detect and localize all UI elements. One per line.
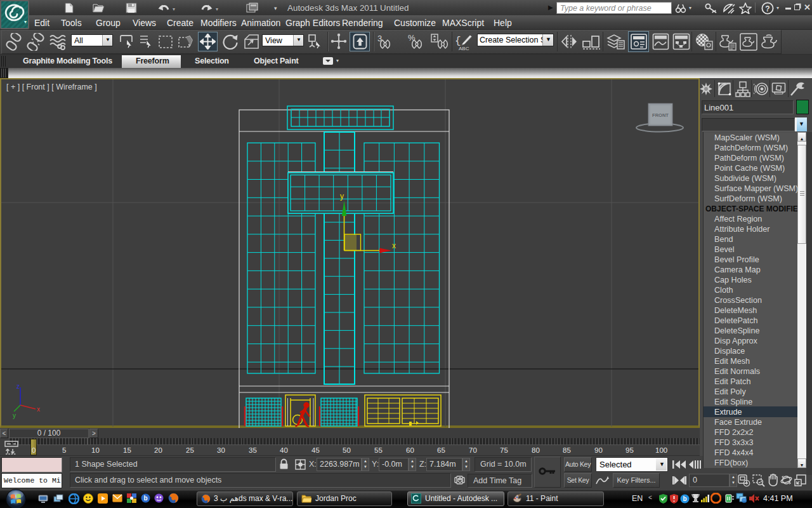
svg-text:x: x — [392, 241, 396, 250]
svg-text:FRONT: FRONT — [652, 112, 669, 118]
svg-text:y: y — [13, 412, 16, 419]
svg-text:ABC: ABC — [459, 46, 469, 51]
svg-text:x: x — [37, 406, 40, 413]
svg-text:y: y — [340, 192, 344, 201]
svg-text:?: ? — [765, 4, 769, 13]
svg-text:b: b — [683, 495, 686, 502]
svg-text:%: % — [408, 33, 416, 43]
svg-text:b: b — [143, 495, 147, 502]
svg-text:z: z — [16, 383, 20, 390]
